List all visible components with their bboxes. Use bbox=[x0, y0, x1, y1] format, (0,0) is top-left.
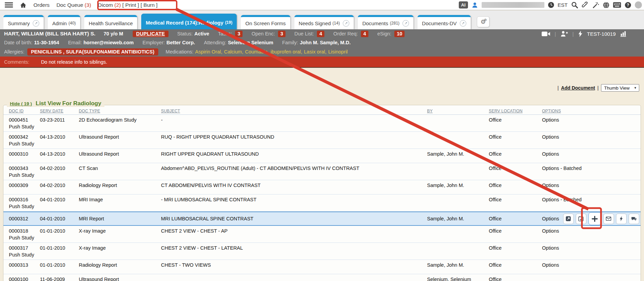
doc-id[interactable]: 0000309 bbox=[9, 183, 40, 188]
tab-needs-signed[interactable]: Needs Signed(14)↗ bbox=[294, 15, 354, 29]
doc-id[interactable]: 0000313 bbox=[9, 262, 40, 268]
doc-sub-label[interactable]: Push Study bbox=[9, 172, 40, 178]
external-link-icon[interactable]: ↗ bbox=[343, 20, 349, 27]
options-link[interactable]: Options - Batched bbox=[542, 166, 582, 171]
link-icon[interactable] bbox=[582, 2, 589, 9]
menu-icon[interactable] bbox=[5, 2, 13, 8]
table-row-0000310[interactable]: 000031004-13-2010Ultrasound ReportRIGHT … bbox=[3, 149, 641, 163]
lightning-icon[interactable] bbox=[578, 31, 583, 37]
add-button[interactable] bbox=[588, 212, 601, 225]
options-link[interactable]: Options bbox=[542, 228, 559, 234]
home-icon[interactable] bbox=[20, 2, 27, 9]
table-row-0000100[interactable]: 000010011-06-2009Ultrasound ReportSeleni… bbox=[3, 274, 641, 281]
table-row-0000342[interactable]: 0000342Push Study04-13-2010Ultrasound Re… bbox=[3, 132, 641, 149]
medication-link-calcium[interactable]: Calcium bbox=[224, 49, 242, 54]
email-button[interactable] bbox=[603, 214, 614, 224]
counter-badge-tasks[interactable]: 3 bbox=[235, 31, 243, 37]
options-link[interactable]: Options bbox=[542, 245, 559, 251]
doc-sub-label[interactable]: Push Study bbox=[9, 124, 40, 129]
column-header-subject[interactable]: SUBJECT bbox=[161, 109, 427, 113]
table-row-0000316[interactable]: 0000316Push Study04-01-2010MRI Image- MR… bbox=[3, 194, 641, 212]
doc-id[interactable]: 0000316 bbox=[9, 197, 40, 202]
doc-id[interactable]: 0000342 bbox=[9, 134, 40, 140]
table-row-0000451[interactable]: 0000451Push Study03-23-20112D Echocardio… bbox=[3, 115, 641, 132]
counter-badge-due-list[interactable]: 4 bbox=[317, 31, 324, 37]
hide-list-link[interactable]: Hide ( 19 ) bbox=[10, 101, 32, 106]
counter-badge-esign[interactable]: 10 bbox=[394, 31, 405, 37]
open-document-button[interactable] bbox=[563, 214, 574, 224]
nav-item-orders[interactable]: Orders bbox=[33, 2, 49, 8]
options-link[interactable]: Options bbox=[542, 134, 559, 140]
tab-settings-gear-button[interactable]: ⚙ ⚙ bbox=[477, 16, 489, 27]
doc-id[interactable]: 0000317 bbox=[9, 245, 40, 251]
doc-sub-label[interactable]: Push Study bbox=[9, 204, 40, 209]
nav-item-dicom[interactable]: Dicom (2) [ Print ] [ Burn ] bbox=[98, 2, 158, 8]
medication-link-lasix-oral[interactable]: Lasix oral bbox=[304, 49, 325, 54]
schedule-button[interactable] bbox=[576, 214, 586, 224]
thumb-view-select[interactable]: Thumb View ▼ bbox=[601, 84, 639, 92]
doc-id[interactable]: 0000318 bbox=[9, 228, 40, 234]
fax-button[interactable] bbox=[616, 214, 627, 224]
globe-icon[interactable] bbox=[603, 2, 610, 9]
external-link-icon[interactable]: ↗ bbox=[402, 20, 409, 27]
options-link[interactable]: Options bbox=[542, 262, 559, 268]
options-link[interactable]: Options bbox=[542, 216, 559, 221]
medication-link-lisinopril[interactable]: Lisinopril bbox=[328, 49, 348, 54]
flowsheet-chart-icon[interactable] bbox=[620, 31, 627, 37]
search-icon[interactable] bbox=[571, 1, 578, 9]
table-row-0000313[interactable]: 000031301-01-2010Radiology ReportCHEST -… bbox=[3, 260, 641, 274]
doc-sub-label[interactable]: Push Study bbox=[9, 252, 40, 257]
doc-id[interactable]: 0000100 bbox=[9, 277, 40, 281]
doc-id[interactable]: 0000451 bbox=[9, 117, 40, 123]
doc-sub-label[interactable]: Push Study bbox=[9, 141, 40, 146]
column-header-by[interactable]: BY bbox=[427, 109, 489, 113]
allergies-value[interactable]: PENICILLINS , SULFA(SULFONAMIDE ANTIBIOT… bbox=[27, 48, 158, 56]
doc-id[interactable]: 0000310 bbox=[9, 151, 40, 157]
table-row-0000317[interactable]: 0000317Push Study01-01-2010X-ray ImageCH… bbox=[3, 243, 641, 260]
tab-documents[interactable]: Documents(281)↗ bbox=[358, 15, 413, 29]
duplicate-flag-badge[interactable]: DUPLICATE bbox=[133, 31, 169, 37]
tab-documents-dv[interactable]: Documents-DV↗ bbox=[418, 15, 471, 29]
tab-summary[interactable]: Summary↗ bbox=[3, 15, 44, 29]
column-header-doc-id[interactable]: DOC ID bbox=[3, 109, 40, 113]
add-person-icon[interactable] bbox=[560, 31, 568, 37]
doc-type-cell: 2D Echocardiogram Study bbox=[79, 117, 161, 123]
table-row-0000309[interactable]: 000030904-02-2010Radiology ReportCT ABDO… bbox=[3, 180, 641, 194]
options-link[interactable]: Options bbox=[542, 183, 559, 188]
clock-icon[interactable] bbox=[548, 2, 554, 8]
avatar[interactable] bbox=[635, 1, 642, 9]
tab-admin[interactable]: Admin(40) bbox=[48, 15, 80, 29]
medications-list: Aspirin Oral,Calcium,Coumadin,ibuprofen … bbox=[193, 49, 348, 54]
keyboard-icon[interactable] bbox=[613, 2, 621, 8]
column-header-serv-date[interactable]: SERV DATE bbox=[40, 109, 79, 113]
ai-badge[interactable]: AI bbox=[459, 1, 468, 9]
column-header-options[interactable]: OPTIONS bbox=[538, 109, 641, 113]
medication-link-ibuprofen-oral[interactable]: ibuprofen oral bbox=[270, 49, 301, 54]
comment-button[interactable] bbox=[629, 214, 639, 224]
video-camera-icon[interactable] bbox=[542, 31, 550, 36]
doc-sub-label[interactable]: Push Study bbox=[9, 235, 40, 240]
column-header-doc-type[interactable]: DOC TYPE bbox=[79, 109, 161, 113]
external-link-icon[interactable]: ↗ bbox=[460, 20, 466, 27]
external-link-icon[interactable]: ↗ bbox=[33, 20, 39, 27]
options-link[interactable]: Options bbox=[542, 151, 559, 157]
wand-icon[interactable] bbox=[592, 2, 599, 9]
table-row-0000343[interactable]: 0000343Push Study04-02-2010CT ScanAbdome… bbox=[3, 163, 641, 180]
add-document-link[interactable]: Add Document bbox=[561, 85, 595, 91]
options-link[interactable]: Options - Batched bbox=[542, 197, 582, 202]
nav-item-doc-queue[interactable]: Doc Queue (3) bbox=[56, 2, 91, 8]
tab-health-surveillance[interactable]: Health Surveillance bbox=[84, 15, 137, 29]
help-icon[interactable]: ? bbox=[625, 2, 631, 9]
table-row-0000318[interactable]: 0000318Push Study01-01-2010X-ray ImageCH… bbox=[3, 226, 641, 243]
medication-link-aspirin-oral[interactable]: Aspirin Oral bbox=[195, 49, 221, 54]
counter-badge-open-enc[interactable]: 3 bbox=[278, 31, 286, 37]
doc-id[interactable]: 0000343 bbox=[9, 166, 40, 171]
options-link[interactable]: Options bbox=[542, 117, 559, 123]
column-header-serv-location[interactable]: SERV LOCATION bbox=[489, 109, 538, 113]
table-row-0000312[interactable]: 000031204-01-2010MRI ReportMRI LUMBOSACR… bbox=[3, 212, 641, 226]
tab-medical-record-174-radiology[interactable]: Medical Record (174):Radiology(19) bbox=[141, 14, 237, 29]
medication-link-coumadin[interactable]: Coumadin bbox=[245, 49, 267, 54]
counter-badge-order-req[interactable]: 4 bbox=[361, 31, 368, 37]
doc-id[interactable]: 0000312 bbox=[9, 216, 40, 221]
tab-on-screen-forms[interactable]: On Screen Forms bbox=[241, 15, 290, 29]
